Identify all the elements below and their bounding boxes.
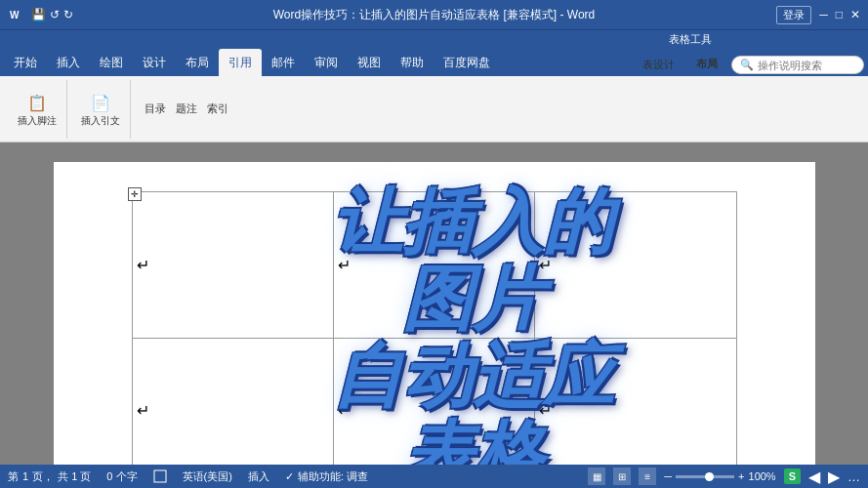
tab-table-layout[interactable]: 布局 [688,54,725,76]
page-total-label: 页， [32,469,54,484]
ribbon-right-tabs: 表设计 布局 🔍 [635,54,864,76]
ribbon-tab-bar: 开始 插入 绘图 设计 布局 引用 邮件 审阅 视图 帮助 百度网盘 表设计 布… [0,49,868,76]
table-tools-label: 表格工具 [669,32,712,47]
word-icon: W [8,6,23,24]
table-tools-bar: 表格工具 [0,29,868,49]
btn-footnote[interactable]: 📋 插入脚注 [14,90,61,129]
tab-insert[interactable]: 插入 [47,49,90,76]
tab-draw[interactable]: 绘图 [90,49,133,76]
document-table: ↵ ↵ ↵ ↵ ↵ ↵ [132,191,737,465]
table-cell[interactable]: ↵ [535,192,736,339]
undo-icon[interactable]: ↺ [50,8,60,21]
restore-button[interactable]: □ [836,8,843,21]
table-cell[interactable]: ↵ [132,338,333,465]
tab-design[interactable]: 设计 [133,49,176,76]
btn-toc[interactable]: 目录 [141,101,170,118]
table-cell[interactable]: ↵ [535,338,736,465]
insert-mode[interactable]: 插入 [248,469,269,484]
page-label: 第 [8,469,19,484]
zoom-in-btn[interactable]: + [738,470,744,482]
close-button[interactable]: ✕ [850,8,860,21]
tab-baidu[interactable]: 百度网盘 [434,49,500,76]
tab-layout[interactable]: 布局 [176,49,219,76]
table-row: ↵ ↵ ↵ [132,338,736,465]
tab-home[interactable]: 开始 [4,49,47,76]
tab-review[interactable]: 审阅 [305,49,348,76]
zoom-slider[interactable] [676,475,734,478]
track-changes-icon [153,469,167,483]
btn-citation[interactable]: 📄 插入引文 [77,90,124,129]
accessibility-icon: ✓ [285,470,294,483]
table-move-handle[interactable]: ✛ [128,187,142,201]
ribbon-content: 📋 插入脚注 📄 插入引文 目录 题注 索引 [0,76,868,142]
btn-index[interactable]: 索引 [203,101,232,118]
ribbon-group-1: 📋 插入脚注 [8,80,67,139]
ribbon-small-row: 目录 题注 索引 [141,101,232,118]
cell-return: ↵ [539,257,552,273]
zoom-control: ─ + 100% [664,470,775,482]
minimize-button[interactable]: ─ [819,8,828,21]
zoom-percent: 100% [749,470,776,482]
wps-logo: S [784,468,801,484]
extra-icon: … [847,469,860,484]
redo-icon[interactable]: ↻ [63,8,73,21]
tab-table-design[interactable]: 表设计 [635,55,682,75]
search-icon: 🔍 [740,59,754,71]
document-page: ✛ ↵ ↵ ↵ ↵ ↵ ↵ 让插入的图片自动适应表格 [54,162,815,465]
svg-text:W: W [10,10,20,20]
search-box[interactable]: 🔍 [731,56,864,74]
document-table-wrapper: ↵ ↵ ↵ ↵ ↵ ↵ [132,191,737,465]
language[interactable]: 英语(美国) [183,469,232,484]
nav-prev-btn[interactable]: ◀ [808,468,820,486]
login-button[interactable]: 登录 [776,6,811,24]
tab-view[interactable]: 视图 [348,49,391,76]
ribbon-group-2: 📄 插入引文 [71,80,131,139]
tab-mail[interactable]: 邮件 [262,49,305,76]
window-title: Word操作技巧：让插入的图片自动适应表格 [兼容模式] - Word [273,7,596,23]
nav-next-btn[interactable]: ▶ [828,468,840,486]
table-cell[interactable]: ↵ [132,192,333,339]
cell-return: ↵ [338,257,351,273]
view-web-btn[interactable]: ⊞ [613,468,631,485]
svg-rect-2 [154,470,166,482]
cell-return: ↵ [338,402,351,419]
right-status-area: ▦ ⊞ ≡ ─ + 100% S ◀ ▶ … [588,468,860,486]
zoom-out-btn[interactable]: ─ [664,470,672,482]
status-bar: 第 1 页， 共 1 页 0 个字 英语(美国) 插入 ✓ 辅助功能: 调查 ▦… [0,465,868,488]
cell-return: ↵ [137,257,149,273]
page-count: 第 1 页， 共 1 页 [8,469,91,484]
tab-help[interactable]: 帮助 [391,49,434,76]
document-area: ✛ ↵ ↵ ↵ ↵ ↵ ↵ 让插入的图片自动适应表格 [0,142,868,465]
citation-icon: 📄 [89,92,112,115]
cell-return: ↵ [539,402,552,419]
word-count: 0 个字 [106,469,137,484]
page-total: 共 1 页 [58,469,91,484]
cell-return: ↵ [137,402,149,419]
save-icon[interactable]: 💾 [31,8,46,21]
ribbon-group-3: 目录 题注 索引 [135,80,238,139]
tab-references[interactable]: 引用 [219,49,262,76]
btn-caption[interactable]: 题注 [172,101,201,118]
quick-access-toolbar: W 💾 ↺ ↻ [8,6,73,24]
view-print-btn[interactable]: ▦ [588,468,605,485]
window-controls: 登录 ─ □ ✕ [776,6,860,24]
zoom-thumb [705,472,714,481]
footnote-icon: 📋 [25,92,49,115]
table-cell[interactable]: ↵ [333,338,534,465]
view-read-btn[interactable]: ≡ [639,468,656,485]
search-input[interactable] [758,60,855,71]
table-cell[interactable]: ↵ [333,192,534,339]
ribbon: 开始 插入 绘图 设计 布局 引用 邮件 审阅 视图 帮助 百度网盘 表设计 布… [0,49,868,142]
table-row: ↵ ↵ ↵ [132,192,736,339]
title-bar: W 💾 ↺ ↻ Word操作技巧：让插入的图片自动适应表格 [兼容模式] - W… [0,0,868,29]
accessibility-label: ✓ 辅助功能: 调查 [285,469,368,484]
current-page: 1 [22,470,28,482]
